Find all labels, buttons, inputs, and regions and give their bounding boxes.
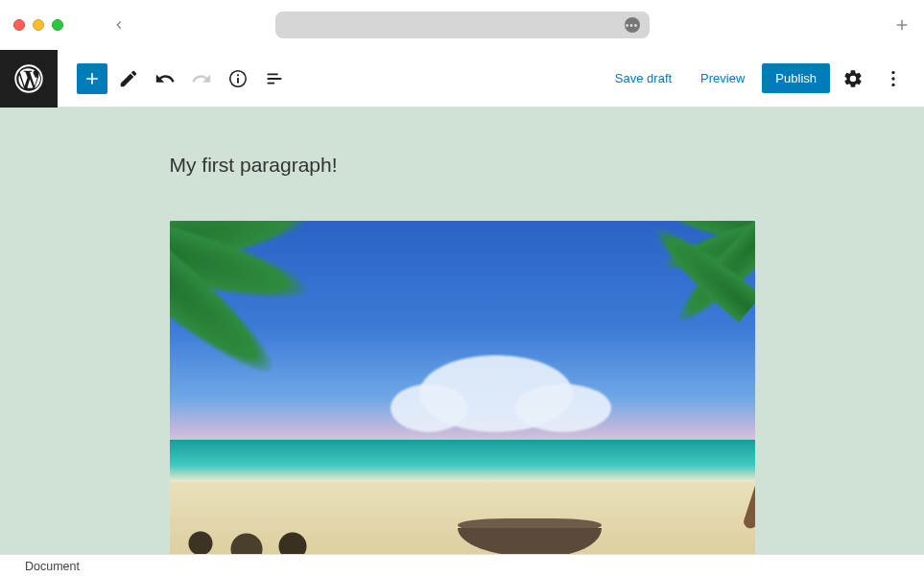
breadcrumb-document[interactable]: Document — [25, 560, 80, 573]
window-traffic-lights — [13, 19, 63, 31]
info-icon — [227, 68, 249, 89]
site-options-icon[interactable]: ••• — [625, 17, 640, 33]
image-boat — [458, 509, 602, 554]
edit-tool-button[interactable] — [113, 63, 144, 94]
gear-icon — [842, 68, 864, 89]
plus-icon — [83, 69, 102, 88]
window-minimize-button[interactable] — [33, 19, 44, 31]
editor-footer-bar: Document — [0, 554, 924, 577]
window-close-button[interactable] — [13, 19, 25, 31]
svg-point-6 — [891, 70, 894, 73]
wordpress-logo-button[interactable] — [0, 50, 58, 108]
undo-button[interactable] — [150, 63, 180, 94]
redo-button[interactable] — [186, 63, 217, 94]
undo-icon — [154, 68, 176, 89]
publish-button[interactable]: Publish — [762, 63, 830, 93]
browser-new-tab-button[interactable] — [893, 16, 911, 34]
list-view-button[interactable] — [259, 63, 290, 94]
svg-rect-4 — [237, 78, 239, 84]
image-cloud — [391, 384, 467, 432]
image-rocks — [170, 509, 323, 554]
pencil-icon — [118, 68, 139, 89]
kebab-icon — [883, 68, 904, 89]
browser-back-button[interactable] — [107, 13, 130, 36]
save-draft-button[interactable]: Save draft — [604, 65, 683, 91]
svg-rect-5 — [237, 74, 239, 76]
document-info-button[interactable] — [223, 63, 253, 94]
svg-point-8 — [891, 83, 894, 85]
browser-chrome-bar: ••• — [0, 0, 924, 50]
wordpress-logo-icon — [14, 64, 43, 93]
svg-point-7 — [891, 77, 894, 80]
image-block[interactable] — [170, 221, 755, 554]
settings-button[interactable] — [836, 61, 870, 96]
redo-icon — [191, 68, 212, 89]
preview-button[interactable]: Preview — [689, 65, 756, 91]
more-options-button[interactable] — [876, 61, 911, 96]
image-palm-right — [582, 221, 755, 528]
image-palm-left — [170, 221, 333, 394]
toolbar-right-group: Save draft Preview Publish — [604, 61, 924, 96]
outline-icon — [264, 68, 285, 89]
editor-canvas[interactable]: My first paragraph! — [0, 108, 924, 554]
content-column: My first paragraph! — [170, 108, 755, 554]
toolbar-left-group — [77, 63, 290, 94]
window-zoom-button[interactable] — [52, 19, 63, 31]
add-block-button[interactable] — [77, 63, 107, 94]
browser-url-bar[interactable]: ••• — [275, 12, 650, 38]
paragraph-block[interactable]: My first paragraph! — [170, 154, 755, 177]
editor-top-bar: Save draft Preview Publish — [0, 50, 924, 108]
